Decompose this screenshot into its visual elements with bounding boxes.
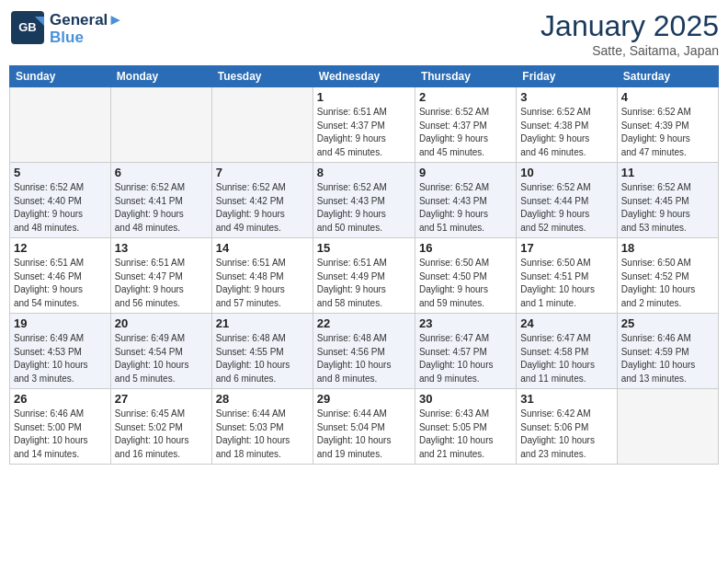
day-info: Sunrise: 6:50 AM Sunset: 4:52 PM Dayligh… bbox=[621, 257, 714, 310]
calendar-cell: 31Sunrise: 6:42 AM Sunset: 5:06 PM Dayli… bbox=[517, 389, 617, 465]
day-number: 17 bbox=[520, 241, 612, 255]
day-info: Sunrise: 6:52 AM Sunset: 4:38 PM Dayligh… bbox=[520, 106, 612, 159]
day-info: Sunrise: 6:52 AM Sunset: 4:40 PM Dayligh… bbox=[14, 181, 107, 235]
day-info: Sunrise: 6:47 AM Sunset: 4:57 PM Dayligh… bbox=[419, 332, 512, 385]
day-info: Sunrise: 6:52 AM Sunset: 4:37 PM Dayligh… bbox=[419, 106, 512, 159]
col-friday: Friday bbox=[517, 66, 617, 87]
day-info: Sunrise: 6:50 AM Sunset: 4:51 PM Dayligh… bbox=[520, 257, 612, 310]
day-number: 12 bbox=[14, 241, 107, 255]
day-number: 25 bbox=[621, 316, 714, 330]
calendar-cell: 12Sunrise: 6:51 AM Sunset: 4:46 PM Dayli… bbox=[10, 238, 111, 314]
calendar-cell: 10Sunrise: 6:52 AM Sunset: 4:44 PM Dayli… bbox=[517, 163, 617, 238]
day-number: 7 bbox=[216, 166, 309, 179]
day-number: 26 bbox=[14, 392, 107, 406]
day-info: Sunrise: 6:52 AM Sunset: 4:43 PM Dayligh… bbox=[419, 181, 512, 235]
day-number: 19 bbox=[14, 316, 107, 330]
calendar-cell: 5Sunrise: 6:52 AM Sunset: 4:40 PM Daylig… bbox=[10, 163, 111, 238]
calendar-cell: 14Sunrise: 6:51 AM Sunset: 4:48 PM Dayli… bbox=[211, 238, 313, 314]
calendar-week-row: 1Sunrise: 6:51 AM Sunset: 4:37 PM Daylig… bbox=[10, 87, 719, 163]
day-number: 27 bbox=[115, 392, 208, 406]
header: GB General► Blue January 2025 Satte, Sai… bbox=[9, 9, 719, 58]
logo-icon: GB bbox=[9, 9, 46, 46]
day-info: Sunrise: 6:51 AM Sunset: 4:48 PM Dayligh… bbox=[216, 257, 309, 310]
calendar-cell: 8Sunrise: 6:52 AM Sunset: 4:43 PM Daylig… bbox=[313, 163, 415, 238]
day-info: Sunrise: 6:52 AM Sunset: 4:45 PM Dayligh… bbox=[621, 181, 714, 235]
calendar-cell: 13Sunrise: 6:51 AM Sunset: 4:47 PM Dayli… bbox=[110, 238, 211, 314]
day-number: 4 bbox=[621, 90, 714, 104]
day-info: Sunrise: 6:51 AM Sunset: 4:49 PM Dayligh… bbox=[317, 257, 411, 310]
day-info: Sunrise: 6:45 AM Sunset: 5:02 PM Dayligh… bbox=[115, 408, 208, 461]
day-info: Sunrise: 6:43 AM Sunset: 5:05 PM Dayligh… bbox=[419, 408, 512, 461]
calendar-week-row: 5Sunrise: 6:52 AM Sunset: 4:40 PM Daylig… bbox=[10, 163, 719, 238]
day-info: Sunrise: 6:52 AM Sunset: 4:39 PM Dayligh… bbox=[621, 106, 714, 159]
calendar-cell: 24Sunrise: 6:47 AM Sunset: 4:58 PM Dayli… bbox=[517, 314, 617, 389]
day-number: 24 bbox=[520, 316, 612, 330]
day-info: Sunrise: 6:49 AM Sunset: 4:54 PM Dayligh… bbox=[115, 332, 208, 385]
logo-text-line2: Blue bbox=[50, 29, 123, 47]
day-info: Sunrise: 6:52 AM Sunset: 4:41 PM Dayligh… bbox=[115, 181, 208, 235]
day-number: 13 bbox=[115, 241, 208, 255]
col-wednesday: Wednesday bbox=[313, 66, 415, 87]
logo-text-line1: General► bbox=[50, 12, 123, 29]
calendar-cell: 28Sunrise: 6:44 AM Sunset: 5:03 PM Dayli… bbox=[211, 389, 313, 465]
col-saturday: Saturday bbox=[617, 66, 718, 87]
month-title: January 2025 bbox=[540, 9, 719, 43]
day-info: Sunrise: 6:46 AM Sunset: 5:00 PM Dayligh… bbox=[14, 408, 107, 461]
calendar-table: Sunday Monday Tuesday Wednesday Thursday… bbox=[9, 65, 719, 465]
calendar-cell: 4Sunrise: 6:52 AM Sunset: 4:39 PM Daylig… bbox=[617, 87, 718, 163]
calendar-cell: 30Sunrise: 6:43 AM Sunset: 5:05 PM Dayli… bbox=[415, 389, 516, 465]
day-number: 16 bbox=[419, 241, 512, 255]
calendar-cell: 21Sunrise: 6:48 AM Sunset: 4:55 PM Dayli… bbox=[211, 314, 313, 389]
day-number: 28 bbox=[216, 392, 309, 406]
day-info: Sunrise: 6:44 AM Sunset: 5:04 PM Dayligh… bbox=[317, 408, 411, 461]
day-number: 14 bbox=[216, 241, 309, 255]
day-info: Sunrise: 6:51 AM Sunset: 4:37 PM Dayligh… bbox=[317, 106, 411, 159]
day-number: 2 bbox=[419, 90, 512, 104]
calendar-cell: 27Sunrise: 6:45 AM Sunset: 5:02 PM Dayli… bbox=[110, 389, 211, 465]
day-number: 10 bbox=[520, 166, 612, 179]
day-info: Sunrise: 6:51 AM Sunset: 4:47 PM Dayligh… bbox=[115, 257, 208, 310]
day-number: 6 bbox=[115, 166, 208, 179]
calendar-cell: 17Sunrise: 6:50 AM Sunset: 4:51 PM Dayli… bbox=[517, 238, 617, 314]
day-number: 20 bbox=[115, 316, 208, 330]
page-container: GB General► Blue January 2025 Satte, Sai… bbox=[0, 0, 728, 563]
day-number: 9 bbox=[419, 166, 512, 179]
calendar-cell: 6Sunrise: 6:52 AM Sunset: 4:41 PM Daylig… bbox=[110, 163, 211, 238]
calendar-cell: 16Sunrise: 6:50 AM Sunset: 4:50 PM Dayli… bbox=[415, 238, 516, 314]
calendar-cell: 2Sunrise: 6:52 AM Sunset: 4:37 PM Daylig… bbox=[415, 87, 516, 163]
calendar-cell: 11Sunrise: 6:52 AM Sunset: 4:45 PM Dayli… bbox=[617, 163, 718, 238]
day-info: Sunrise: 6:50 AM Sunset: 4:50 PM Dayligh… bbox=[419, 257, 512, 310]
day-number: 11 bbox=[621, 166, 714, 179]
calendar-cell: 19Sunrise: 6:49 AM Sunset: 4:53 PM Dayli… bbox=[10, 314, 111, 389]
day-info: Sunrise: 6:46 AM Sunset: 4:59 PM Dayligh… bbox=[621, 332, 714, 385]
day-info: Sunrise: 6:49 AM Sunset: 4:53 PM Dayligh… bbox=[14, 332, 107, 385]
title-block: January 2025 Satte, Saitama, Japan bbox=[540, 9, 719, 58]
calendar-cell bbox=[10, 87, 111, 163]
location-subtitle: Satte, Saitama, Japan bbox=[540, 43, 719, 58]
col-tuesday: Tuesday bbox=[211, 66, 313, 87]
day-info: Sunrise: 6:47 AM Sunset: 4:58 PM Dayligh… bbox=[520, 332, 612, 385]
svg-text:GB: GB bbox=[18, 20, 37, 34]
day-number: 3 bbox=[520, 90, 612, 104]
calendar-cell: 25Sunrise: 6:46 AM Sunset: 4:59 PM Dayli… bbox=[617, 314, 718, 389]
day-info: Sunrise: 6:48 AM Sunset: 4:56 PM Dayligh… bbox=[317, 332, 411, 385]
col-sunday: Sunday bbox=[10, 66, 111, 87]
day-number: 21 bbox=[216, 316, 309, 330]
day-info: Sunrise: 6:51 AM Sunset: 4:46 PM Dayligh… bbox=[14, 257, 107, 310]
day-number: 22 bbox=[317, 316, 411, 330]
calendar-cell: 7Sunrise: 6:52 AM Sunset: 4:42 PM Daylig… bbox=[211, 163, 313, 238]
day-number: 31 bbox=[520, 392, 612, 406]
calendar-cell: 20Sunrise: 6:49 AM Sunset: 4:54 PM Dayli… bbox=[110, 314, 211, 389]
day-number: 8 bbox=[317, 166, 411, 179]
day-number: 18 bbox=[621, 241, 714, 255]
calendar-cell: 9Sunrise: 6:52 AM Sunset: 4:43 PM Daylig… bbox=[415, 163, 516, 238]
day-info: Sunrise: 6:52 AM Sunset: 4:43 PM Dayligh… bbox=[317, 181, 411, 235]
col-monday: Monday bbox=[110, 66, 211, 87]
calendar-cell: 18Sunrise: 6:50 AM Sunset: 4:52 PM Dayli… bbox=[617, 238, 718, 314]
calendar-cell: 15Sunrise: 6:51 AM Sunset: 4:49 PM Dayli… bbox=[313, 238, 415, 314]
calendar-cell: 3Sunrise: 6:52 AM Sunset: 4:38 PM Daylig… bbox=[517, 87, 617, 163]
calendar-week-row: 26Sunrise: 6:46 AM Sunset: 5:00 PM Dayli… bbox=[10, 389, 719, 465]
calendar-cell bbox=[211, 87, 313, 163]
calendar-header-row: Sunday Monday Tuesday Wednesday Thursday… bbox=[10, 66, 719, 87]
col-thursday: Thursday bbox=[415, 66, 516, 87]
